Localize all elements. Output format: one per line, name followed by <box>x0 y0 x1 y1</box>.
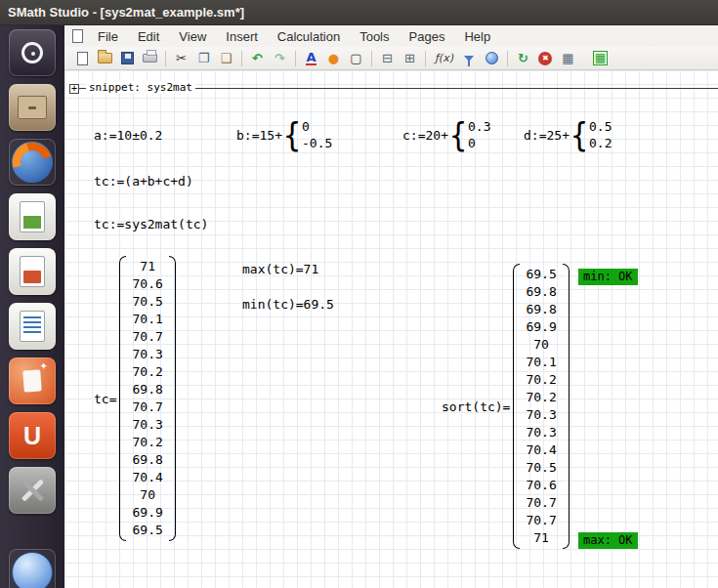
expr-d-upper: 0.5 <box>589 118 612 135</box>
new-page-button[interactable] <box>72 49 93 68</box>
launcher-icon-files[interactable] <box>9 84 56 131</box>
worksheet-canvas[interactable]: + snippet: sys2mat a:=10±0.2 b:=15+ { 0 … <box>64 70 718 588</box>
open-file-button[interactable] <box>95 49 115 68</box>
unity-launcher: U <box>0 25 64 588</box>
expr-c-prefix: c:=20+ <box>402 128 448 143</box>
matrix-cell: 70.3 <box>126 346 168 363</box>
matrix-cell: 69.8 <box>520 301 562 318</box>
menu-edit[interactable]: Edit <box>129 28 168 45</box>
launcher-icon-web-browser[interactable] <box>9 549 56 588</box>
launcher-icon-libreoffice-writer[interactable] <box>9 303 56 350</box>
expr-a-definition[interactable]: a:=10±0.2 <box>94 116 162 153</box>
matrix-cell: 70.4 <box>520 441 562 459</box>
insert-unit-button[interactable] <box>459 49 480 68</box>
menu-pages[interactable]: Pages <box>401 28 454 45</box>
matrix-cell: 70.2 <box>520 389 562 406</box>
expr-min-result[interactable]: min(tc)=69.5 <box>242 297 334 312</box>
expr-tc-sum-definition[interactable]: tc:=(a+b+c+d) <box>94 174 193 189</box>
launcher-icon-system-settings[interactable] <box>9 467 56 514</box>
expr-sort-result-matrix[interactable]: sort(tc)= 69.569.869.869.97070.170.270.2… <box>442 264 570 549</box>
save-disk-icon <box>121 52 134 64</box>
recalculate-icon: ↻ <box>518 52 528 64</box>
titlebar[interactable]: SMath Studio - [sys2mat_example.sm*] <box>0 0 718 25</box>
text-color-button[interactable]: A <box>301 49 321 68</box>
menu-help[interactable]: Help <box>455 28 499 45</box>
undo-button[interactable]: ↶ <box>247 49 268 68</box>
function-fx-icon: ƒ(x) <box>435 53 453 63</box>
expr-tc-result-matrix[interactable]: tc= 7170.670.570.170.770.370.269.870.770… <box>94 256 176 541</box>
background-color-button[interactable]: ● <box>323 49 344 68</box>
matrix-cell: 70.1 <box>520 354 562 371</box>
tc-result-label: tc= <box>94 392 116 406</box>
matrix-cell: 70.7 <box>520 494 562 512</box>
matrix-cell: 71 <box>126 258 168 275</box>
insert-function-button[interactable]: ƒ(x) <box>431 49 457 68</box>
menu-insert[interactable]: Insert <box>217 28 267 45</box>
matrix-cell: 70.3 <box>520 424 562 441</box>
crossed-tools-icon <box>17 475 48 506</box>
matrix-cell: 70.1 <box>126 311 168 328</box>
matrix-cell: 70.2 <box>126 434 168 451</box>
interrupt-button[interactable]: ✖ <box>535 49 556 68</box>
case-brace-icon: { <box>449 115 467 153</box>
redo-button[interactable]: ↷ <box>270 49 290 68</box>
matrix-cell: 70 <box>520 336 562 354</box>
snippet-manager-button[interactable]: ▦ <box>590 49 611 68</box>
matrix-cell: 70.4 <box>126 469 168 486</box>
expr-b-definition[interactable]: b:=15+ { 0 -0.5 <box>236 116 332 153</box>
matrix-cell: 70.2 <box>126 363 168 381</box>
menu-file[interactable]: File <box>89 28 127 45</box>
recalculate-button[interactable]: ↻ <box>513 49 533 68</box>
expr-c-definition[interactable]: c:=20+ { 0.3 0 <box>402 116 491 153</box>
paste-icon: ❑ <box>221 52 232 64</box>
snippet-collapse-toggle[interactable]: + <box>69 84 79 94</box>
font-color-icon: A <box>306 52 316 65</box>
web-reference-button[interactable] <box>482 49 502 68</box>
grid-icon: ▦ <box>562 52 573 64</box>
menu-view[interactable]: View <box>170 28 215 45</box>
align-horizontal-button[interactable]: ⊟ <box>377 49 398 68</box>
matrix-cell: 70.3 <box>520 406 562 424</box>
redo-arrow-icon: ↷ <box>275 52 285 64</box>
max-result-text: max(tc)=71 <box>242 262 318 276</box>
border-square-icon: ▢ <box>350 52 361 64</box>
undo-arrow-icon: ↶ <box>252 52 263 64</box>
matrix-cell: 70.6 <box>520 477 562 494</box>
matrix-cell: 70.6 <box>126 275 168 293</box>
copy-button[interactable]: ❐ <box>193 49 214 68</box>
align-vertical-button[interactable]: ⊞ <box>400 49 420 68</box>
border-button[interactable]: ▢ <box>346 49 366 68</box>
expr-d-definition[interactable]: d:=25+ { 0.5 0.2 <box>524 116 612 153</box>
matrix-cell: 70.5 <box>520 459 562 477</box>
expr-max-result[interactable]: max(tc)=71 <box>242 262 318 276</box>
print-button[interactable] <box>140 49 160 68</box>
toolbar-separator <box>165 51 166 66</box>
launcher-icon-firefox[interactable] <box>9 139 56 186</box>
smath-main-area: File Edit View Insert Calculation Tools … <box>64 25 718 588</box>
globe-small-icon <box>486 52 498 64</box>
matrix-cell: 70.7 <box>126 399 168 416</box>
cut-button[interactable]: ✂ <box>171 49 191 68</box>
expr-tc-sys2mat-definition[interactable]: tc:=sys2mat(tc) <box>94 217 208 231</box>
paste-button[interactable]: ❑ <box>216 49 236 68</box>
align-vertical-icon: ⊞ <box>404 52 415 64</box>
max-ok-badge[interactable]: max: OK <box>578 532 638 549</box>
launcher-icon-ubuntu-one[interactable]: U <box>9 412 56 459</box>
right-paren-icon <box>169 256 176 541</box>
shopping-bag-icon <box>22 369 41 392</box>
menu-tools[interactable]: Tools <box>351 28 398 45</box>
matrix-cell: 69.8 <box>126 381 168 399</box>
launcher-icon-software-center[interactable] <box>9 357 56 404</box>
save-button[interactable] <box>117 49 138 68</box>
globe-icon <box>12 552 53 588</box>
case-brace-icon: { <box>570 115 588 153</box>
launcher-icon-libreoffice-impress[interactable] <box>9 248 56 295</box>
matrix-cell: 69.5 <box>520 266 562 283</box>
child-window-icon[interactable] <box>72 29 83 43</box>
scissors-icon: ✂ <box>176 52 187 64</box>
launcher-icon-dash-home[interactable] <box>9 29 56 76</box>
options-button[interactable]: ▦ <box>558 49 578 68</box>
min-ok-badge[interactable]: min: OK <box>578 269 638 285</box>
launcher-icon-libreoffice-calc[interactable] <box>9 193 56 240</box>
menu-calculation[interactable]: Calculation <box>269 28 349 45</box>
